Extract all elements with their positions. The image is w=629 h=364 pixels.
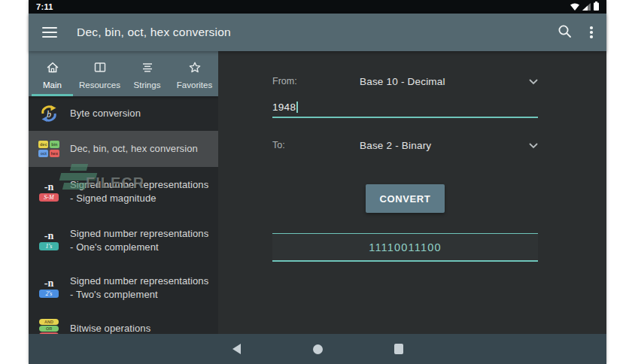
or-pill: OR — [39, 326, 59, 332]
dec-bin-oct-hex-icon: dec bin oct hex — [38, 141, 60, 157]
status-bar: 7:11 — [29, 0, 606, 14]
tab-label: Resources — [79, 80, 120, 89]
android-nav-bar — [29, 334, 606, 364]
twos-badge: 2's — [39, 290, 59, 298]
icon-cell-bin: bin — [50, 141, 59, 148]
home-circle-icon — [313, 344, 323, 354]
convert-button-wrap: CONVERT — [272, 184, 538, 213]
tab-main[interactable]: Main — [29, 51, 76, 96]
status-icons — [570, 0, 599, 14]
sidebar-item-byte-conversion[interactable]: b Byte conversion — [29, 96, 218, 131]
sidebar-item-signed-magnitude[interactable]: -n S-M Signed number representations - S… — [29, 167, 218, 217]
ones-badge: 1's — [39, 242, 59, 250]
sidebar-list: b Byte conversion dec bin oct hex — [29, 96, 218, 334]
page-title: Dec, bin, oct, hex conversion — [77, 26, 558, 39]
status-time: 7:11 — [36, 2, 53, 11]
sidebar-item-dec-bin-oct-hex[interactable]: dec bin oct hex Dec, bin, oct, hex conve… — [29, 131, 218, 167]
tab-label: Strings — [134, 80, 161, 89]
tab-favorites[interactable]: Favorites — [171, 51, 218, 96]
to-label: To: — [272, 140, 360, 150]
item-label: Signed number representations — [70, 275, 208, 288]
item-label: Dec, bin, oct, hex conversion — [70, 142, 198, 156]
drawer-tabs: Main Resources Strings — [29, 51, 218, 96]
ones-complement-icon: -n 1's — [38, 231, 60, 250]
tab-label: Favorites — [177, 80, 212, 89]
wifi-icon — [570, 0, 579, 14]
home-icon — [46, 61, 59, 76]
svg-text:b: b — [47, 109, 51, 120]
overflow-dots-icon — [590, 26, 593, 38]
promo-canvas: 7:11 Dec, bin, oct, hex conversion — [0, 0, 629, 364]
app-screenshot: 7:11 Dec, bin, oct, hex conversion — [29, 0, 606, 364]
from-base-dropdown[interactable]: From: Base 10 - Decimal — [272, 70, 538, 93]
to-base-dropdown[interactable]: To: Base 2 - Binary — [272, 134, 538, 156]
main-row: Main Resources Strings — [29, 51, 606, 334]
signal-icon — [582, 0, 591, 14]
result-field: 11110011100 — [272, 233, 538, 262]
overflow-menu-button[interactable] — [590, 26, 593, 38]
back-icon — [232, 344, 241, 354]
icon-cell-hex: hex — [50, 150, 59, 157]
from-value: Base 10 - Decimal — [360, 76, 529, 87]
item-label: Signed number representations — [70, 227, 208, 241]
battery-icon — [594, 0, 599, 14]
bitwise-operations-icon: AND OR XOR — [38, 319, 60, 334]
item-label: Bitwise operations — [70, 322, 150, 334]
menu-button[interactable] — [42, 27, 57, 38]
chevron-down-icon — [529, 74, 538, 88]
table-icon — [93, 61, 107, 76]
item-label-2: - Signed magnitude — [70, 192, 208, 205]
recents-button[interactable] — [391, 341, 406, 356]
sidebar-item-bitwise-operations[interactable]: AND OR XOR Bitwise operations — [29, 311, 218, 334]
search-button[interactable] — [558, 24, 572, 41]
sidebar: Main Resources Strings — [29, 51, 218, 334]
twos-complement-icon: -n 2's — [38, 278, 60, 298]
converter-form: From: Base 10 - Decimal 1948 To: Base 2 … — [272, 51, 538, 262]
recents-icon — [394, 344, 403, 354]
back-button[interactable] — [229, 341, 244, 356]
item-label: Signed number representations — [70, 178, 208, 192]
sidebar-item-twos-complement[interactable]: -n 2's Signed number representations - T… — [29, 265, 218, 311]
number-input-value: 1948 — [272, 102, 296, 113]
text-cursor — [296, 102, 298, 113]
tab-resources[interactable]: Resources — [76, 51, 123, 96]
icon-cell-dec: dec — [38, 141, 48, 148]
app-bar: Dec, bin, oct, hex conversion — [29, 14, 606, 51]
result-value: 11110011100 — [369, 241, 442, 253]
lines-icon — [141, 61, 154, 76]
signed-magnitude-icon: -n S-M — [38, 182, 60, 202]
convert-button[interactable]: CONVERT — [366, 184, 445, 213]
tab-strings[interactable]: Strings — [123, 51, 171, 96]
search-icon — [558, 24, 572, 41]
from-label: From: — [272, 76, 360, 86]
tab-label: Main — [43, 80, 62, 89]
sidebar-item-ones-complement[interactable]: -n 1's Signed number representations - O… — [29, 217, 218, 265]
item-label-2: - One's complement — [70, 241, 208, 254]
item-label-2: - Two's complement — [70, 288, 208, 302]
byte-conversion-icon: b — [38, 105, 60, 123]
to-value: Base 2 - Binary — [360, 140, 529, 151]
number-input[interactable]: 1948 — [272, 97, 538, 118]
item-label: Byte conversion — [70, 107, 141, 120]
chevron-down-icon — [529, 138, 538, 152]
star-icon — [188, 61, 202, 76]
converter-panel: From: Base 10 - Decimal 1948 To: Base 2 … — [218, 51, 606, 334]
and-pill: AND — [39, 319, 59, 325]
home-button[interactable] — [310, 341, 325, 356]
icon-cell-oct: oct — [38, 150, 48, 157]
sm-badge: S-M — [39, 193, 59, 202]
